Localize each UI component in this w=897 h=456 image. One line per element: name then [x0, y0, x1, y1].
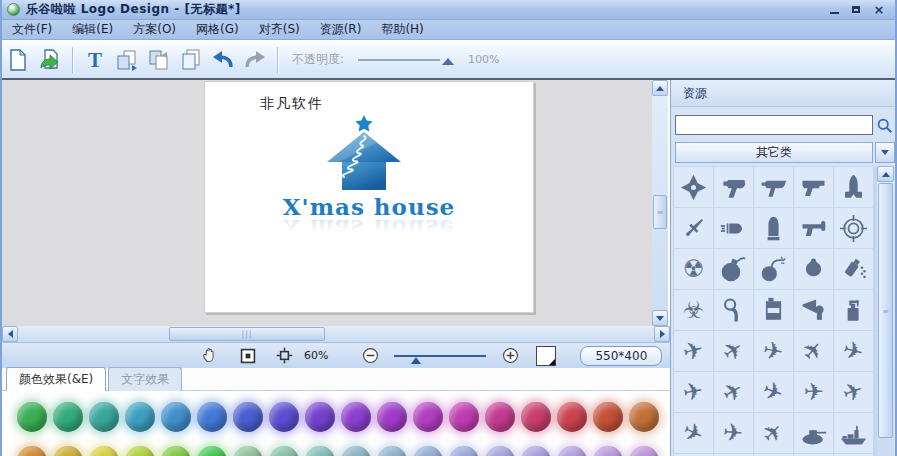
color-swatch[interactable]	[593, 446, 623, 456]
scroll-right-icon[interactable]	[654, 326, 670, 342]
bomb-fuse-icon[interactable]	[754, 249, 793, 289]
color-swatch[interactable]	[629, 402, 659, 432]
naval-mine-icon[interactable]	[794, 249, 833, 289]
grenade-icon[interactable]	[714, 290, 753, 330]
biplane-2-icon[interactable]: ✈	[674, 372, 713, 412]
tab-text-effects[interactable]: 文字效果	[108, 367, 182, 391]
color-swatch[interactable]	[305, 402, 335, 432]
menu-item-2[interactable]: 方案(O)	[123, 19, 186, 40]
color-swatch[interactable]	[413, 402, 443, 432]
chevron-down-icon[interactable]	[875, 142, 895, 163]
menu-item-6[interactable]: 帮助(H)	[371, 19, 433, 40]
glider-icon[interactable]: ✈	[754, 413, 793, 453]
scroll-up-icon[interactable]	[652, 80, 668, 96]
color-swatch[interactable]	[53, 402, 83, 432]
color-swatch[interactable]	[17, 446, 47, 456]
background-color-swatch[interactable]	[536, 346, 556, 366]
radiation-icon[interactable]: ☢	[674, 249, 713, 289]
color-swatch[interactable]	[197, 402, 227, 432]
jet-plane-icon[interactable]: ✈	[714, 372, 753, 412]
color-swatch[interactable]	[233, 446, 263, 456]
rocket-icon[interactable]	[834, 167, 873, 207]
canvas-size-button[interactable]: 550*400	[580, 346, 662, 366]
bomb-icon[interactable]	[714, 249, 753, 289]
menu-item-4[interactable]: 对齐(S)	[249, 19, 310, 40]
tab-color-effects[interactable]: 颜色效果(&E)	[6, 367, 106, 391]
bullet-icon[interactable]	[714, 208, 753, 248]
menu-item-1[interactable]: 编辑(E)	[62, 19, 123, 40]
actual-size-icon[interactable]	[272, 345, 296, 367]
color-swatch[interactable]	[557, 446, 587, 456]
zoom-slider[interactable]	[394, 355, 486, 357]
tank-icon[interactable]	[794, 413, 833, 453]
spray-icon[interactable]	[834, 249, 873, 289]
color-swatch[interactable]	[557, 402, 587, 432]
color-swatch[interactable]	[233, 402, 263, 432]
color-swatch[interactable]	[161, 446, 191, 456]
undo-icon[interactable]	[209, 46, 237, 74]
long-revolver-icon[interactable]	[754, 167, 793, 207]
color-swatch[interactable]	[161, 402, 191, 432]
color-swatch[interactable]	[305, 446, 335, 456]
color-swatch[interactable]	[413, 446, 443, 456]
warship-icon[interactable]	[834, 413, 873, 453]
shuriken-icon[interactable]	[674, 167, 713, 207]
resources-scrollbar[interactable]: ≡	[877, 166, 894, 456]
color-swatch[interactable]	[593, 402, 623, 432]
color-swatch[interactable]	[53, 446, 83, 456]
search-icon[interactable]	[873, 114, 895, 136]
seaplane-icon[interactable]: ✈	[834, 372, 873, 412]
ray-gun-icon[interactable]	[794, 208, 833, 248]
color-swatch[interactable]	[17, 402, 47, 432]
zoom-slider-handle[interactable]	[411, 357, 421, 364]
design-page[interactable]: 非凡软件 X'mas house X'mas house	[204, 81, 534, 313]
color-swatch[interactable]	[377, 446, 407, 456]
color-swatch[interactable]	[449, 446, 479, 456]
canvas-vscrollbar[interactable]: ≡	[652, 80, 668, 326]
vscroll-thumb[interactable]: ≡	[653, 195, 667, 229]
color-swatch[interactable]	[89, 446, 119, 456]
color-swatch[interactable]	[341, 402, 371, 432]
color-swatch[interactable]	[269, 402, 299, 432]
opacity-slider-handle[interactable]	[442, 58, 454, 65]
bring-forward-icon[interactable]	[113, 46, 141, 74]
bomber-icon[interactable]: ✈	[714, 413, 753, 453]
crosshair-target-icon[interactable]	[834, 208, 873, 248]
color-swatch[interactable]	[485, 446, 515, 456]
fighter-jet-2-icon[interactable]: ✈	[754, 372, 793, 412]
close-icon[interactable]: ×	[873, 4, 885, 16]
scroll-up-icon[interactable]	[877, 166, 894, 182]
color-swatch[interactable]	[629, 446, 659, 456]
open-import-icon[interactable]	[36, 46, 64, 74]
small-plane-icon[interactable]: ✈	[714, 331, 753, 371]
biohazard-icon[interactable]: ☣	[674, 290, 713, 330]
color-swatch[interactable]	[521, 402, 551, 432]
color-swatch[interactable]	[125, 402, 155, 432]
hscroll-thumb[interactable]: |||	[169, 327, 325, 341]
color-swatch[interactable]	[197, 446, 227, 456]
pistol-icon[interactable]	[794, 167, 833, 207]
resource-search-input[interactable]	[675, 115, 873, 135]
menu-item-3[interactable]: 网格(G)	[186, 19, 249, 40]
color-swatch[interactable]	[269, 446, 299, 456]
vscroll-thumb[interactable]: ≡	[878, 183, 893, 438]
new-document-icon[interactable]	[4, 46, 32, 74]
revolver-icon[interactable]	[714, 167, 753, 207]
redo-icon[interactable]	[241, 46, 269, 74]
canvas-hscrollbar[interactable]: |||	[2, 326, 670, 342]
company-text[interactable]: 非凡软件	[260, 95, 324, 113]
duplicate-icon[interactable]	[177, 46, 205, 74]
fighter-jet-icon[interactable]: ✈	[794, 331, 833, 371]
menu-item-0[interactable]: 文件(F)	[2, 19, 62, 40]
text-tool-icon[interactable]: T	[81, 46, 109, 74]
pump-bottle-icon[interactable]	[834, 290, 873, 330]
zoom-in-icon[interactable]	[498, 345, 522, 367]
xmas-house-logo[interactable]	[325, 115, 403, 193]
maximize-icon[interactable]	[851, 4, 863, 16]
glider-jet-icon[interactable]: ✈	[754, 331, 793, 371]
biplane-icon[interactable]: ✈	[674, 331, 713, 371]
prop-plane-icon[interactable]: ✈	[834, 331, 873, 371]
scroll-left-icon[interactable]	[2, 326, 18, 342]
opacity-slider[interactable]	[358, 59, 440, 61]
color-swatch[interactable]	[449, 402, 479, 432]
